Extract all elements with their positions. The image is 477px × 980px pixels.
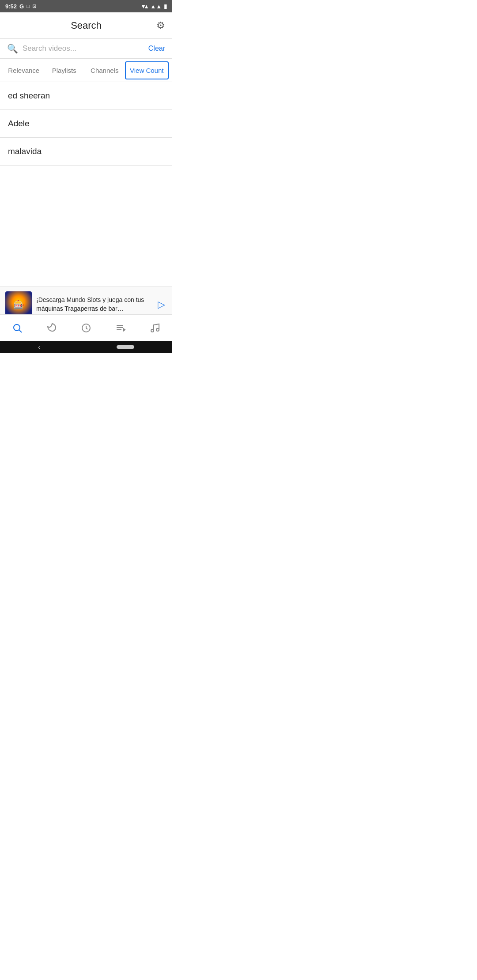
system-bar: ‹ — [0, 341, 172, 353]
search-input[interactable] — [23, 44, 144, 53]
tab-relevance[interactable]: Relevance — [4, 60, 44, 80]
screen-icon: □ — [26, 4, 30, 9]
battery-icon: ▮ — [164, 3, 167, 10]
tab-viewcount[interactable]: View Count — [125, 61, 169, 79]
wifi-icon: ▾▴ — [142, 3, 148, 10]
nav-playlist[interactable] — [103, 323, 138, 333]
nav-trending[interactable] — [34, 323, 69, 333]
status-right: ▾▴ ▲▲ ▮ — [142, 3, 167, 10]
svg-point-7 — [151, 329, 154, 332]
home-indicator[interactable] — [117, 345, 134, 349]
search-bar: 🔍 Clear — [0, 39, 172, 59]
status-bar: 9:52 G □ ⊡ ▾▴ ▲▲ ▮ — [0, 0, 172, 12]
svg-point-8 — [156, 328, 159, 331]
search-history-item[interactable]: ed sheeran — [0, 82, 172, 110]
page-title: Search — [71, 20, 102, 31]
status-time: 9:52 — [5, 3, 17, 10]
search-history-item[interactable]: malavida — [0, 138, 172, 166]
clear-button[interactable]: Clear — [148, 45, 165, 53]
search-history-item[interactable]: Adele — [0, 110, 172, 138]
tab-channels[interactable]: Channels — [84, 60, 125, 80]
ad-play-icon[interactable]: ▷ — [158, 299, 165, 310]
svg-marker-6 — [123, 328, 125, 331]
bottom-nav — [0, 314, 172, 341]
ad-text: ¡Descarga Mundo Slots y juega con tus má… — [36, 296, 153, 313]
nav-search[interactable] — [0, 323, 34, 333]
signal-icon: ▲▲ — [150, 3, 162, 10]
ad-thumbnail: 🎰 — [5, 291, 32, 318]
filter-tabs: Relevance Playlists Channels View Count — [0, 59, 172, 82]
app-header: Search ⚙ — [0, 12, 172, 39]
tab-playlists[interactable]: Playlists — [44, 60, 85, 80]
nav-music[interactable] — [138, 323, 172, 333]
search-history-list: ed sheeran Adele malavida — [0, 82, 172, 166]
search-icon: 🔍 — [7, 43, 18, 54]
svg-point-0 — [14, 324, 20, 331]
back-button[interactable]: ‹ — [38, 343, 40, 351]
ad-thumb-image: 🎰 — [5, 291, 32, 318]
settings-button[interactable]: ⚙ — [156, 20, 165, 31]
google-icon: G — [19, 3, 24, 10]
screenshot-icon: ⊡ — [32, 4, 36, 9]
svg-line-1 — [19, 330, 22, 332]
status-left: 9:52 G □ ⊡ — [5, 3, 36, 10]
nav-history[interactable] — [69, 323, 103, 333]
